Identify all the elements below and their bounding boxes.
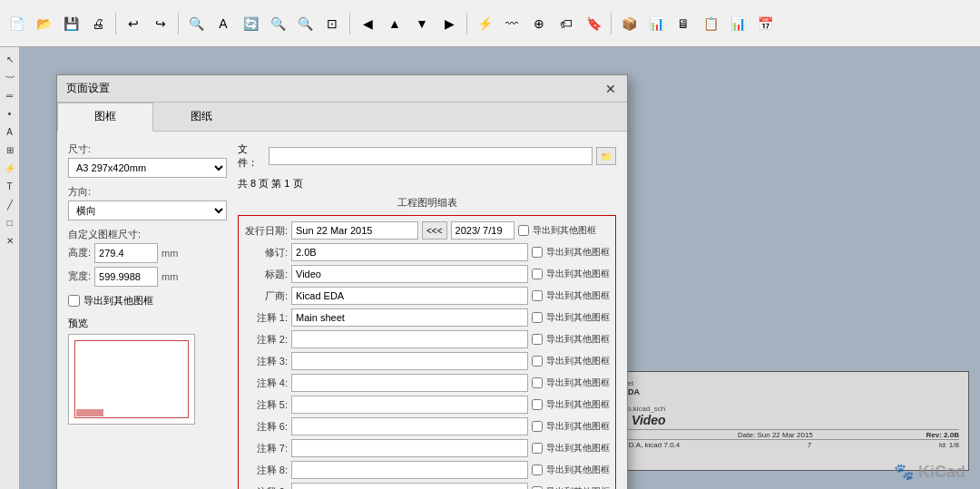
form-fields: 发行日期: <<< 导出到其他图框 修订: — [238, 215, 616, 489]
open-btn[interactable]: 📂 — [31, 11, 56, 36]
title-export-label: 导出到其他图框 — [546, 268, 610, 280]
field-row-comment6: 注释 6: 导出到其他图框 — [244, 417, 610, 435]
comment4-export-checkbox[interactable] — [532, 377, 543, 388]
comment7-export-checkbox[interactable] — [532, 443, 543, 454]
new-btn[interactable]: 📄 — [4, 11, 29, 36]
revision-input[interactable] — [291, 243, 528, 261]
print-btn[interactable]: 🖨 — [85, 11, 111, 36]
tools-btn3[interactable]: 🖥 — [671, 11, 696, 36]
comment8-export-checkbox[interactable] — [532, 465, 543, 475]
export-checkbox[interactable] — [68, 295, 80, 307]
comment7-export-label: 导出到其他图框 — [546, 442, 610, 455]
zoom-in-btn[interactable]: 🔍 — [265, 11, 290, 36]
dialog-close-button[interactable]: ✕ — [603, 82, 618, 96]
tools-btn5[interactable]: 📊 — [725, 11, 750, 36]
add-global-label-btn[interactable]: 🔖 — [581, 11, 606, 36]
tool-text[interactable]: T — [2, 178, 18, 194]
comment1-export-checkbox[interactable] — [532, 312, 543, 323]
sep1 — [115, 13, 116, 34]
page-info: 共 8 页 第 1 页 — [238, 177, 616, 191]
tab-drawing[interactable]: 图纸 — [153, 103, 250, 131]
save-btn[interactable]: 💾 — [58, 11, 83, 36]
add-power-btn[interactable]: ⚡ — [472, 11, 497, 36]
date-export-checkbox[interactable] — [518, 225, 529, 236]
nav-down-btn[interactable]: ▼ — [409, 11, 435, 36]
comment3-export-checkbox[interactable] — [532, 356, 543, 367]
sep4 — [466, 13, 467, 34]
title-input[interactable] — [291, 265, 528, 283]
comment9-export-label: 导出到其他图框 — [546, 485, 610, 489]
comment8-label: 注释 8: — [244, 464, 288, 477]
tab-frame[interactable]: 图框 — [57, 103, 153, 132]
nav-left-btn[interactable]: ◀ — [355, 11, 380, 36]
tool-wire[interactable]: 〰 — [2, 69, 18, 85]
section-title: 工程图明细表 — [238, 196, 616, 210]
tool-bus[interactable]: ═ — [2, 87, 18, 103]
add-wire-btn[interactable]: 〰 — [499, 11, 524, 36]
file-label: 文件： — [238, 142, 265, 170]
main-toolbar: 📄 📂 💾 🖨 ↩ ↪ 🔍 A 🔄 🔍 🔍 ⊡ ◀ ▲ ▼ ▶ ⚡ 〰 ⊕ 🏷 … — [0, 0, 980, 47]
comment1-input[interactable] — [291, 308, 528, 327]
tools-btn1[interactable]: 📦 — [616, 11, 642, 36]
tools-btn2[interactable]: 📊 — [643, 11, 669, 36]
comment9-input[interactable] — [291, 483, 528, 489]
tools-btn6[interactable]: 📅 — [752, 11, 778, 36]
comment6-export-label: 导出到其他图框 — [546, 420, 610, 433]
nav-right-btn[interactable]: ▶ — [436, 11, 462, 36]
revision-export-checkbox[interactable] — [532, 247, 543, 258]
comment5-input[interactable] — [291, 396, 528, 414]
field-row-comment8: 注释 8: 导出到其他图框 — [244, 461, 610, 479]
add-label-btn[interactable]: 🏷 — [554, 11, 579, 36]
tool-line[interactable]: ╱ — [2, 196, 18, 212]
comment2-export-checkbox[interactable] — [532, 334, 543, 345]
tool-rect[interactable]: □ — [2, 214, 18, 230]
tool-junction[interactable]: • — [2, 105, 18, 122]
tool-symbol[interactable]: ⊞ — [2, 142, 18, 158]
comment6-export-checkbox[interactable] — [532, 421, 543, 432]
comment8-input[interactable] — [291, 461, 528, 479]
annotate-btn[interactable]: A — [211, 11, 236, 36]
right-panel: 文件： 📁 共 8 页 第 1 页 工程图明细表 发行日期: — [238, 142, 616, 489]
tools-btn4[interactable]: 📋 — [698, 11, 723, 36]
undo-btn[interactable]: ↩ — [121, 11, 146, 36]
width-input[interactable] — [94, 267, 158, 287]
comment3-input[interactable] — [291, 352, 528, 370]
redo-btn[interactable]: ↪ — [148, 11, 173, 36]
zoom-out-btn[interactable]: 🔍 — [292, 11, 318, 36]
file-input[interactable] — [269, 147, 593, 165]
find-btn[interactable]: 🔍 — [183, 11, 209, 36]
refresh-btn[interactable]: 🔄 — [238, 11, 263, 36]
orientation-select[interactable]: 横向 — [68, 200, 227, 220]
file-browse-button[interactable]: 📁 — [596, 147, 616, 165]
date-value-input[interactable] — [291, 221, 418, 240]
comment7-input[interactable] — [291, 439, 528, 457]
field-row-revision: 修订: 导出到其他图框 — [244, 243, 610, 261]
company-input[interactable] — [291, 287, 528, 305]
title-export-checkbox[interactable] — [532, 269, 543, 279]
size-select[interactable]: A3 297x420mm — [68, 158, 227, 178]
orientation-group: 方向: 横向 — [68, 185, 227, 220]
tool-power[interactable]: ⚡ — [2, 160, 18, 176]
canvas-area[interactable]: Main sheet Kicad EDA Sheet: File: video.… — [20, 47, 980, 489]
export-checkbox-group[interactable]: 导出到其他图框 — [68, 294, 227, 308]
company-export-checkbox[interactable] — [532, 290, 543, 301]
zoom-fit-btn[interactable]: ⊡ — [319, 11, 345, 36]
tool-label[interactable]: A — [2, 123, 18, 140]
comment2-input[interactable] — [291, 330, 528, 348]
nav-up-btn[interactable]: ▲ — [382, 11, 407, 36]
date-prev-button[interactable]: <<< — [422, 221, 447, 240]
custom-size-label: 自定义图框尺寸: — [68, 228, 227, 241]
field-row-date: 发行日期: <<< 导出到其他图框 — [244, 221, 610, 240]
width-unit: mm — [162, 271, 178, 282]
main-area: ↖ 〰 ═ • A ⊞ ⚡ T ╱ □ ✕ Main sheet — [0, 47, 980, 489]
custom-size-group: 自定义图框尺寸: 高度: mm 宽度: mm — [68, 228, 227, 287]
height-input[interactable] — [94, 243, 158, 263]
add-junction-btn[interactable]: ⊕ — [526, 11, 552, 36]
field-row-comment5: 注释 5: 导出到其他图框 — [244, 396, 610, 414]
comment6-input[interactable] — [291, 417, 528, 435]
tool-select[interactable]: ↖ — [2, 51, 18, 67]
comment4-input[interactable] — [291, 374, 528, 392]
date-year-input[interactable] — [451, 221, 514, 240]
tool-delete[interactable]: ✕ — [2, 232, 18, 249]
comment5-export-checkbox[interactable] — [532, 399, 543, 410]
